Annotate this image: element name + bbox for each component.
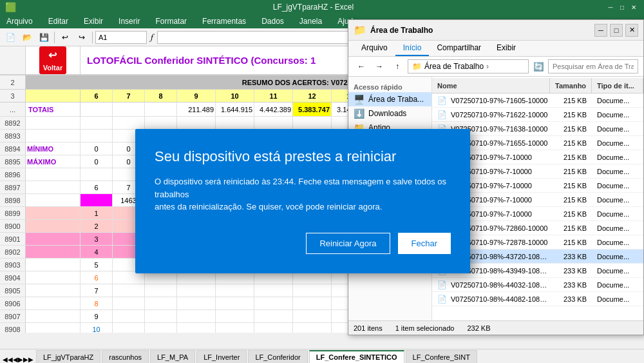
fe-back-button[interactable]: ← [354, 59, 369, 74]
grid-cell[interactable] [113, 323, 145, 333]
grid-cell[interactable]: 0 [80, 142, 113, 155]
grid-cell[interactable] [216, 117, 254, 129]
menu-editar[interactable]: Editar [44, 15, 72, 27]
grid-cell[interactable] [177, 297, 216, 309]
grid-cell[interactable] [254, 297, 293, 309]
tab-lf-conferidor[interactable]: LF_Conferidor [248, 350, 307, 363]
menu-arquivo[interactable]: Arquivo [3, 15, 37, 27]
menu-ferramentas[interactable]: Ferramentas [198, 15, 250, 27]
grid-cell[interactable] [293, 297, 332, 309]
grid-cell[interactable] [254, 310, 293, 322]
tab-scroll-right[interactable]: ▶▶ [23, 356, 33, 363]
tab-scroll-next[interactable]: ▶ [18, 356, 23, 363]
excel-minimize-button[interactable]: ─ [605, 2, 616, 12]
grid-cell[interactable] [216, 310, 254, 322]
fe-path-bar[interactable]: 📁 Área de Trabalho › [408, 59, 529, 74]
grid-cell[interactable] [113, 284, 145, 297]
fe-tab-inicio[interactable]: Início [395, 41, 430, 56]
grid-cell[interactable] [113, 310, 145, 322]
name-box[interactable] [95, 31, 147, 44]
toolbar-redo-button[interactable]: ↪ [74, 30, 90, 44]
restart-now-button[interactable]: Reiniciar Agora [306, 233, 390, 254]
menu-dados[interactable]: Dados [258, 15, 288, 27]
grid-cell[interactable]: 8 [80, 297, 113, 309]
fe-close-button[interactable]: ✕ [625, 24, 638, 37]
toolbar-new-button[interactable]: 📄 [3, 30, 18, 44]
tab-scroll-left[interactable]: ◀◀ [3, 356, 13, 363]
fe-search-input[interactable] [548, 59, 638, 74]
grid-cell[interactable]: 6 [80, 271, 113, 284]
tab-lf-jg[interactable]: LF_jgVTparaHZ [36, 350, 100, 363]
menu-formatar[interactable]: Formatar [151, 15, 191, 27]
fe-maximize-button[interactable]: □ [610, 24, 623, 37]
grid-cell[interactable] [113, 117, 145, 129]
grid-cell[interactable] [80, 168, 113, 181]
fe-file-row[interactable]: 📄V07250710-97%-71605-10000215 KBDocume..… [432, 93, 643, 108]
grid-cell[interactable] [254, 117, 293, 129]
grid-cell[interactable] [145, 271, 177, 284]
tab-rascunhos[interactable]: rascunhos [102, 350, 149, 363]
fe-tab-exibir[interactable]: Exibir [489, 41, 524, 56]
grid-cell[interactable] [145, 323, 177, 333]
back-button[interactable]: ↩ Voltar [39, 46, 66, 74]
tab-lf-m-pa[interactable]: LF_M_PA [150, 350, 195, 363]
close-dialog-button[interactable]: Fechar [398, 233, 451, 254]
fe-col-tamanho[interactable]: Tamanho [550, 78, 592, 93]
grid-cell[interactable] [80, 117, 113, 129]
grid-cell[interactable] [216, 271, 254, 284]
grid-cell[interactable] [177, 117, 216, 129]
grid-cell[interactable] [145, 284, 177, 297]
menu-exibir[interactable]: Exibir [80, 15, 107, 27]
grid-cell[interactable]: 9 [80, 310, 113, 322]
fe-sidebar-item-downloads[interactable]: ⬇️ Downloads [348, 106, 431, 121]
excel-close-button[interactable]: ✕ [629, 2, 639, 12]
grid-cell[interactable] [254, 271, 293, 284]
grid-cell[interactable] [177, 323, 216, 333]
grid-cell[interactable]: 7 [80, 284, 113, 297]
toolbar-open-button[interactable]: 📂 [19, 30, 35, 44]
toolbar-save-button[interactable]: 💾 [36, 30, 52, 44]
fe-file-row[interactable]: 📄V07250710-97%-71622-10000215 KBDocume..… [432, 108, 643, 122]
grid-cell[interactable]: 1 [80, 207, 113, 219]
tab-lf-confere-sintetico[interactable]: LF_Confere_SINTETICO [309, 350, 404, 363]
fe-tab-arquivo[interactable]: Arquivo [354, 41, 395, 56]
excel-maximize-button[interactable]: □ [617, 2, 627, 12]
grid-cell[interactable] [145, 297, 177, 309]
grid-cell[interactable] [216, 284, 254, 297]
grid-cell[interactable] [113, 271, 145, 284]
fe-sidebar-item-area-trabalho[interactable]: 🖥️ Área de Traba... [348, 92, 431, 106]
grid-cell[interactable]: 6 [80, 181, 113, 193]
fe-minimize-button[interactable]: ─ [594, 24, 607, 37]
fe-col-nome[interactable]: Nome [432, 78, 550, 93]
grid-cell[interactable] [293, 284, 332, 297]
grid-cell[interactable]: 3 [80, 233, 113, 245]
grid-cell[interactable]: 10 [80, 323, 113, 333]
grid-cell[interactable] [216, 323, 254, 333]
grid-cell[interactable]: 0 [80, 155, 113, 168]
fe-col-tipo[interactable]: Tipo de it... [592, 78, 643, 93]
grid-cell[interactable] [145, 310, 177, 322]
grid-cell[interactable] [177, 271, 216, 284]
grid-cell[interactable] [254, 323, 293, 333]
tab-scroll-prev[interactable]: ◀ [13, 356, 18, 363]
grid-cell[interactable] [113, 297, 145, 309]
grid-cell[interactable] [293, 323, 332, 333]
grid-cell[interactable] [293, 117, 332, 129]
grid-cell[interactable]: 0 [80, 194, 113, 206]
fe-up-button[interactable]: ↑ [390, 59, 405, 74]
grid-cell[interactable] [145, 117, 177, 129]
grid-cell[interactable]: 2 [80, 220, 113, 232]
grid-cell[interactable] [80, 130, 113, 142]
toolbar-undo-button[interactable]: ↩ [57, 30, 73, 44]
grid-cell[interactable] [177, 284, 216, 297]
tab-lf-inverter[interactable]: LF_Inverter [196, 350, 247, 363]
fe-file-row[interactable]: 📄V07250710-98%-44082-10800 1463=47_88_92… [432, 292, 643, 306]
grid-cell[interactable] [293, 310, 332, 322]
grid-cell[interactable] [254, 284, 293, 297]
grid-cell[interactable] [177, 310, 216, 322]
grid-cell[interactable]: 5 [80, 259, 113, 271]
fe-file-row[interactable]: 📄V07250710-98%-44032-10800 1463=47_88_92… [432, 278, 643, 292]
menu-inserir[interactable]: Inserir [115, 15, 144, 27]
grid-cell[interactable] [216, 297, 254, 309]
fe-tab-compartilhar[interactable]: Compartilhar [429, 41, 489, 56]
